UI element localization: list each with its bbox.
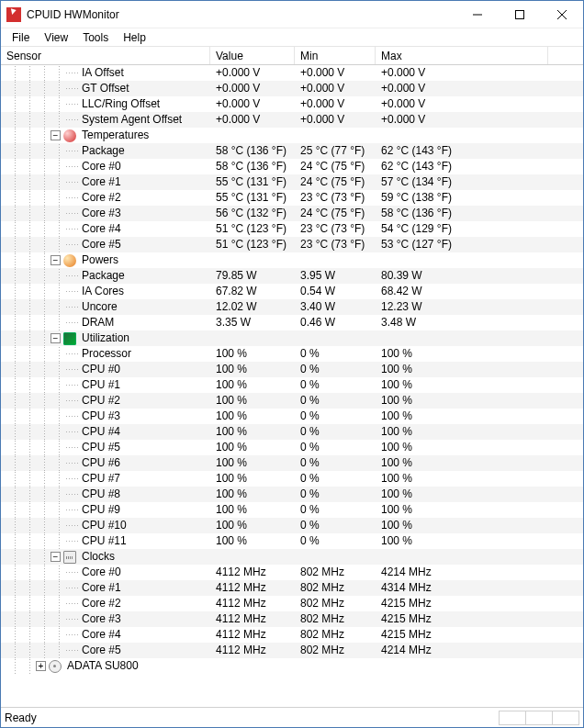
- cell-min: 802 MHz: [295, 596, 376, 611]
- tree-toggle[interactable]: +: [36, 661, 46, 671]
- tree-item[interactable]: Core #24112 MHz802 MHz4215 MHz: [1, 596, 583, 611]
- tree-item[interactable]: Core #54112 MHz802 MHz4214 MHz: [1, 643, 583, 658]
- row-label: Uncore: [78, 299, 118, 315]
- tree-item[interactable]: Processor100 %0 %100 %: [1, 346, 583, 362]
- cell-min: 0 %: [295, 393, 376, 409]
- cell-max: 100 %: [376, 377, 548, 393]
- tree-item[interactable]: Core #34112 MHz802 MHz4215 MHz: [1, 611, 583, 627]
- row-label: GT Offset: [78, 81, 129, 96]
- tree-item[interactable]: Core #04112 MHz802 MHz4214 MHz: [1, 565, 583, 580]
- tree-item[interactable]: CPU #0100 %0 %100 %: [1, 362, 583, 377]
- cell-min: 802 MHz: [295, 643, 376, 658]
- col-value[interactable]: Value: [210, 47, 295, 64]
- cell-min: 3.40 W: [295, 299, 376, 315]
- tree-item[interactable]: Core #451 °C (123 °F)23 °C (73 °F)54 °C …: [1, 221, 583, 237]
- row-label: Core #3: [78, 206, 121, 221]
- tree-item[interactable]: IA Offset+0.000 V+0.000 V+0.000 V: [1, 65, 583, 81]
- tree-toggle[interactable]: −: [51, 130, 61, 140]
- tree-category[interactable]: −Temperatures: [1, 128, 583, 143]
- menu-view[interactable]: View: [37, 30, 75, 45]
- tree-item[interactable]: CPU #10100 %0 %100 %: [1, 518, 583, 533]
- status-text: Ready: [5, 711, 37, 724]
- tree-category[interactable]: +ADATA SU800: [1, 658, 583, 674]
- tree-item[interactable]: Core #058 °C (136 °F)24 °C (75 °F)62 °C …: [1, 159, 583, 174]
- column-header[interactable]: Sensor Value Min Max: [1, 47, 583, 65]
- tree-item[interactable]: Core #551 °C (123 °F)23 °C (73 °F)53 °C …: [1, 237, 583, 252]
- tree-item[interactable]: System Agent Offset+0.000 V+0.000 V+0.00…: [1, 112, 583, 128]
- minimize-button[interactable]: [456, 1, 499, 28]
- row-label: System Agent Offset: [78, 112, 182, 128]
- statusbar-cell: [499, 711, 526, 725]
- close-button[interactable]: [541, 1, 583, 28]
- tree-item[interactable]: Package79.85 W3.95 W80.39 W: [1, 268, 583, 284]
- cell-value: 100 %: [210, 377, 295, 393]
- cell-min: 802 MHz: [295, 580, 376, 596]
- tree-item[interactable]: DRAM3.35 W0.46 W3.48 W: [1, 315, 583, 330]
- cell-max: 100 %: [376, 409, 548, 424]
- tree-item[interactable]: LLC/Ring Offset+0.000 V+0.000 V+0.000 V: [1, 96, 583, 112]
- tree-item[interactable]: Core #155 °C (131 °F)24 °C (75 °F)57 °C …: [1, 174, 583, 190]
- cell-max: +0.000 V: [376, 96, 548, 112]
- row-label: Core #4: [78, 221, 121, 237]
- tree-category[interactable]: −Powers: [1, 252, 583, 268]
- cell-max: 100 %: [376, 502, 548, 518]
- tree-category[interactable]: −Clocks: [1, 549, 583, 565]
- cell-min: 0 %: [295, 471, 376, 487]
- cell-value: 100 %: [210, 502, 295, 518]
- tree-item[interactable]: Core #356 °C (132 °F)24 °C (75 °F)58 °C …: [1, 206, 583, 221]
- cell-min: 0.46 W: [295, 315, 376, 330]
- tree-item[interactable]: Core #44112 MHz802 MHz4215 MHz: [1, 627, 583, 643]
- tree-item[interactable]: CPU #11100 %0 %100 %: [1, 533, 583, 549]
- cell-max: 4215 MHz: [376, 627, 548, 643]
- tree-item[interactable]: CPU #5100 %0 %100 %: [1, 440, 583, 455]
- cell-value: 58 °C (136 °F): [210, 143, 295, 159]
- tree-item[interactable]: IA Cores67.82 W0.54 W68.42 W: [1, 284, 583, 299]
- col-sensor[interactable]: Sensor: [1, 47, 210, 64]
- util-icon: [63, 332, 76, 345]
- tree-item[interactable]: CPU #1100 %0 %100 %: [1, 377, 583, 393]
- menu-file[interactable]: File: [5, 30, 37, 45]
- row-label: Core #2: [78, 190, 121, 206]
- tree-item[interactable]: Uncore12.02 W3.40 W12.23 W: [1, 299, 583, 315]
- col-max[interactable]: Max: [376, 47, 548, 64]
- tree-toggle[interactable]: −: [51, 552, 61, 562]
- maximize-button[interactable]: [499, 1, 541, 28]
- cell-value: 79.85 W: [210, 268, 295, 284]
- tree-item[interactable]: CPU #2100 %0 %100 %: [1, 393, 583, 409]
- cell-value: +0.000 V: [210, 65, 295, 81]
- cell-min: 802 MHz: [295, 611, 376, 627]
- cell-min: 0 %: [295, 362, 376, 377]
- tree-item[interactable]: CPU #8100 %0 %100 %: [1, 487, 583, 502]
- tree-item[interactable]: GT Offset+0.000 V+0.000 V+0.000 V: [1, 81, 583, 96]
- tree-item[interactable]: Core #255 °C (131 °F)23 °C (73 °F)59 °C …: [1, 190, 583, 206]
- cell-value: 67.82 W: [210, 284, 295, 299]
- tree-toggle[interactable]: −: [51, 333, 61, 343]
- tree-item[interactable]: CPU #6100 %0 %100 %: [1, 455, 583, 471]
- sensor-treeview[interactable]: IA Offset+0.000 V+0.000 V+0.000 VGT Offs…: [1, 65, 583, 707]
- cell-min: 3.95 W: [295, 268, 376, 284]
- row-label: CPU #6: [78, 455, 120, 471]
- tree-category[interactable]: −Utilization: [1, 330, 583, 346]
- tree-item[interactable]: Package58 °C (136 °F)25 °C (77 °F)62 °C …: [1, 143, 583, 159]
- tree-item[interactable]: CPU #3100 %0 %100 %: [1, 409, 583, 424]
- tree-item[interactable]: CPU #9100 %0 %100 %: [1, 502, 583, 518]
- cell-max: 80.39 W: [376, 268, 548, 284]
- cell-min: 0 %: [295, 440, 376, 455]
- row-label: CPU #4: [78, 424, 120, 440]
- cell-max: 57 °C (134 °F): [376, 174, 548, 190]
- titlebar[interactable]: CPUID HWMonitor: [1, 1, 583, 28]
- tree-toggle[interactable]: −: [51, 255, 61, 265]
- row-label: Package: [78, 268, 125, 284]
- col-min[interactable]: Min: [295, 47, 376, 64]
- cell-value: 100 %: [210, 346, 295, 362]
- tree-item[interactable]: CPU #7100 %0 %100 %: [1, 471, 583, 487]
- tree-item[interactable]: CPU #4100 %0 %100 %: [1, 424, 583, 440]
- tree-item[interactable]: Core #14112 MHz802 MHz4314 MHz: [1, 580, 583, 596]
- row-label: Processor: [78, 346, 131, 362]
- svg-rect-1: [516, 10, 524, 18]
- menu-tools[interactable]: Tools: [75, 30, 116, 45]
- cell-max: 54 °C (129 °F): [376, 221, 548, 237]
- menu-help[interactable]: Help: [116, 30, 153, 45]
- cell-max: +0.000 V: [376, 65, 548, 81]
- row-label: CPU #0: [78, 362, 120, 377]
